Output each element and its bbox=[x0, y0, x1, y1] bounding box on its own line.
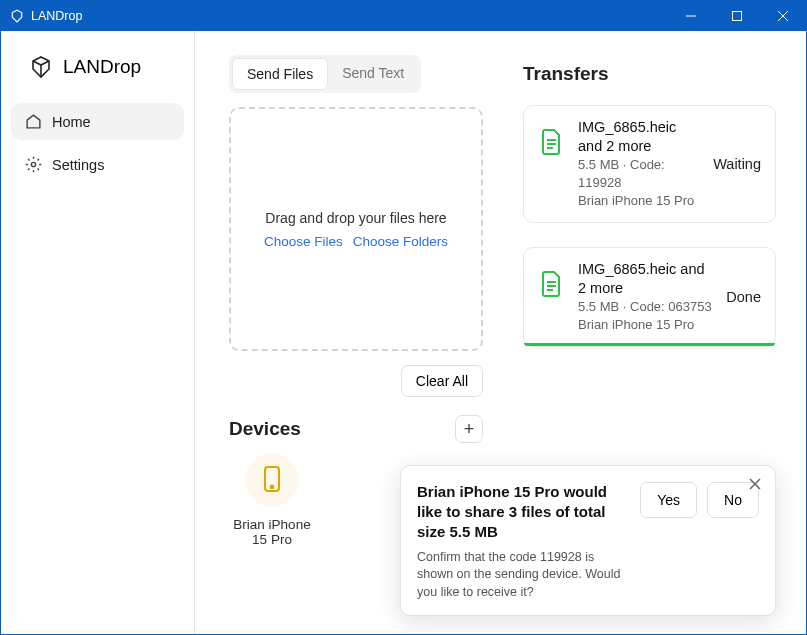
dropzone-headline: Drag and drop your files here bbox=[265, 210, 446, 226]
app-icon bbox=[9, 8, 25, 24]
brand-icon bbox=[29, 55, 53, 79]
transfer-status: Done bbox=[726, 289, 761, 305]
send-tabs: Send Files Send Text bbox=[229, 55, 421, 93]
dialog-close-button[interactable] bbox=[745, 474, 765, 494]
close-button[interactable] bbox=[760, 1, 806, 31]
receive-confirm-dialog: Brian iPhone 15 Pro would like to share … bbox=[400, 465, 776, 616]
add-device-button[interactable]: + bbox=[455, 415, 483, 443]
devices-heading: Devices bbox=[229, 418, 301, 440]
transfer-title: IMG_6865.heic and 2 more bbox=[578, 260, 714, 298]
dialog-description: Confirm that the code 119928 is shown on… bbox=[417, 549, 628, 602]
nav-label: Settings bbox=[52, 157, 104, 173]
choose-folders-link[interactable]: Choose Folders bbox=[353, 234, 448, 249]
device-item[interactable]: Brian iPhone 15 Pro bbox=[229, 453, 315, 547]
minimize-button[interactable] bbox=[668, 1, 714, 31]
maximize-button[interactable] bbox=[714, 1, 760, 31]
home-icon bbox=[25, 113, 42, 130]
nav-label: Home bbox=[52, 114, 91, 130]
dropzone[interactable]: Drag and drop your files here Choose Fil… bbox=[229, 107, 483, 351]
sidebar: LANDrop Home Settings bbox=[1, 31, 195, 634]
svg-point-6 bbox=[271, 485, 274, 488]
gear-icon bbox=[25, 156, 42, 173]
transfer-item[interactable]: IMG_6865.heic and 2 more 5.5 MB · Code: … bbox=[523, 105, 776, 223]
transfer-status: Waiting bbox=[713, 156, 761, 172]
phone-icon bbox=[262, 465, 282, 496]
titlebar: LANDrop bbox=[1, 1, 806, 31]
nav-home[interactable]: Home bbox=[11, 103, 184, 140]
clear-all-button[interactable]: Clear All bbox=[401, 365, 483, 397]
brand-label: LANDrop bbox=[63, 56, 141, 78]
transfer-from: Brian iPhone 15 Pro bbox=[578, 192, 701, 210]
file-icon bbox=[538, 270, 566, 298]
transfers-heading: Transfers bbox=[523, 63, 776, 85]
transfer-title: IMG_6865.heic and 2 more bbox=[578, 118, 701, 156]
choose-files-link[interactable]: Choose Files bbox=[264, 234, 343, 249]
svg-point-4 bbox=[31, 162, 35, 166]
transfer-meta: 5.5 MB · Code: 063753 bbox=[578, 298, 714, 316]
svg-rect-1 bbox=[733, 12, 742, 21]
transfer-item[interactable]: IMG_6865.heic and 2 more 5.5 MB · Code: … bbox=[523, 247, 776, 347]
device-name: Brian iPhone 15 Pro bbox=[229, 517, 315, 547]
tab-send-text[interactable]: Send Text bbox=[328, 58, 418, 90]
window-title: LANDrop bbox=[31, 9, 82, 23]
tab-send-files[interactable]: Send Files bbox=[232, 58, 328, 90]
transfer-meta: 5.5 MB · Code: 119928 bbox=[578, 156, 701, 192]
main: Send Files Send Text Drag and drop your … bbox=[195, 31, 806, 634]
dialog-title: Brian iPhone 15 Pro would like to share … bbox=[417, 482, 628, 543]
yes-button[interactable]: Yes bbox=[640, 482, 697, 518]
transfer-progress bbox=[524, 343, 775, 346]
brand: LANDrop bbox=[1, 51, 194, 103]
file-icon bbox=[538, 128, 566, 156]
transfer-from: Brian iPhone 15 Pro bbox=[578, 316, 714, 334]
nav-settings[interactable]: Settings bbox=[11, 146, 184, 183]
transfer-progress bbox=[524, 219, 775, 222]
